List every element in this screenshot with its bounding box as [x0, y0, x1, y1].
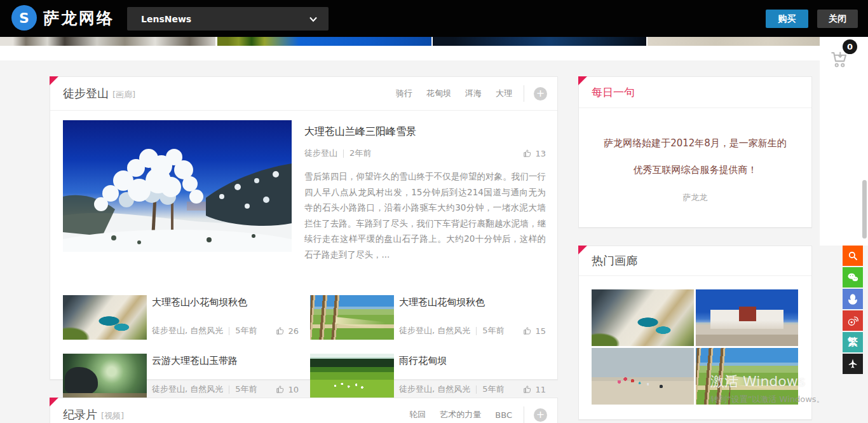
like-count[interactable]: 11 [523, 385, 546, 394]
article-title[interactable]: 云游大理苍山玉带路 [152, 355, 299, 367]
meta-divider [229, 385, 229, 394]
cart-button[interactable]: 0 [830, 39, 862, 71]
banner-slide-sand[interactable] [648, 37, 820, 46]
banner-slide-dark[interactable] [433, 37, 646, 46]
article-category[interactable]: 徒步登山, 自然风光 [152, 384, 223, 395]
meta-divider [343, 149, 344, 158]
tag-link[interactable]: 轮回 [409, 409, 426, 420]
gallery-thumbnail[interactable] [592, 348, 694, 405]
widget-header: 每日一句 [579, 77, 811, 108]
article-thumbnail[interactable] [63, 295, 147, 340]
corner-ribbon [50, 398, 58, 406]
thumbs-up-icon [276, 385, 285, 394]
cart-count-badge: 0 [843, 39, 857, 54]
meta-divider [476, 327, 477, 335]
wechat-share-button[interactable] [843, 267, 863, 288]
featured-article-image[interactable] [63, 120, 292, 252]
article-meta: 徒步登山, 自然风光 5年前 15 [399, 325, 546, 336]
search-icon [847, 250, 858, 261]
scrollbar-thumb[interactable] [862, 180, 867, 239]
chevron-down-icon [308, 14, 318, 24]
article-category[interactable]: 徒步登山, 自然风光 [399, 325, 470, 336]
widget-hot-galleries: 热门画廊 [578, 246, 812, 420]
tag-link[interactable]: BBC [495, 410, 512, 420]
section-header: 纪录片[视频] 轮回 艺术的力量 BBC + [50, 398, 557, 423]
tag-link[interactable]: 骑行 [396, 88, 412, 99]
corner-ribbon [50, 76, 58, 85]
like-count[interactable]: 26 [276, 326, 299, 336]
gallery-thumbnail[interactable] [696, 289, 798, 346]
thumbs-up-icon [523, 385, 532, 394]
add-more-button[interactable]: + [534, 408, 547, 422]
widget-daily-quote: 每日一句 萨龙网络始建于2012年8月，是一家新生的优秀互联网综合服务提供商！ … [578, 76, 812, 228]
page: S 萨龙网络 LensNews 购买 关闭 0 [0, 0, 868, 423]
like-count[interactable]: 15 [523, 326, 546, 336]
top-header: S 萨龙网络 LensNews 购买 关闭 [0, 0, 868, 37]
banner-slide-snow[interactable] [0, 37, 215, 46]
featured-article-title[interactable]: 大理苍山兰峰三阳峰雪景 [304, 125, 546, 139]
close-button[interactable]: 关闭 [817, 10, 858, 28]
corner-ribbon [578, 246, 587, 254]
article-meta: 徒步登山, 自然风光 5年前 10 [152, 384, 299, 395]
like-number: 15 [535, 326, 546, 336]
like-number: 26 [288, 326, 299, 336]
like-count[interactable]: 13 [523, 149, 546, 158]
featured-article: 大理苍山兰峰三阳峰雪景 徒步登山 2年前 13 雪后第四日，仰望许久的雪山终于不… [304, 120, 546, 252]
site-switcher-value: LensNews [141, 14, 191, 24]
article-time: 2年前 [349, 148, 371, 159]
like-count[interactable]: 10 [276, 385, 299, 394]
gallery-thumbnail[interactable] [696, 348, 798, 405]
article-time: 5年前 [482, 384, 504, 395]
add-more-button[interactable]: + [534, 87, 547, 101]
gallery-thumbnail[interactable] [592, 289, 694, 346]
article-title[interactable]: 大理苍山小花甸坝秋色 [152, 296, 299, 309]
article-title[interactable]: 大理苍山花甸坝秋色 [399, 296, 546, 309]
tag-link[interactable]: 洱海 [465, 88, 482, 99]
article-time: 5年前 [235, 325, 257, 336]
search-button[interactable] [843, 246, 863, 266]
traditional-chinese-toggle[interactable]: 繁 [843, 332, 863, 352]
article-title[interactable]: 雨行花甸坝 [399, 355, 546, 367]
buy-button[interactable]: 购买 [766, 10, 808, 28]
site-title: 萨龙网络 [43, 8, 114, 29]
snow-mountain-scene [63, 120, 292, 252]
qq-share-button[interactable] [843, 289, 863, 309]
traditional-label: 繁 [848, 336, 858, 349]
list-item: 大理苍山花甸坝秋色 徒步登山, 自然风光 5年前 15 [310, 295, 546, 340]
site-logo[interactable]: S 萨龙网络 [11, 5, 114, 31]
section-documentary-video: 纪录片[视频] 轮回 艺术的力量 BBC + [50, 398, 558, 423]
tag-link[interactable]: 艺术的力量 [440, 409, 481, 420]
floating-toolbar: 繁 [843, 246, 863, 375]
section-title[interactable]: 纪录片 [63, 408, 97, 421]
list-item: 雨行花甸坝 徒步登山, 自然风光 5年前 11 [310, 354, 546, 398]
widget-header: 热门画廊 [579, 246, 811, 276]
section-body: 大理苍山兰峰三阳峰雪景 徒步登山 2年前 13 雪后第四日，仰望许久的雪山终于不… [50, 111, 557, 120]
article-thumbnail[interactable] [310, 354, 394, 398]
thumbs-up-icon [523, 326, 532, 335]
article-time: 5年前 [482, 325, 504, 336]
tag-link[interactable]: 花甸坝 [426, 88, 451, 99]
banner-slide-leaves[interactable] [217, 37, 431, 46]
site-switcher-dropdown[interactable]: LensNews [127, 7, 329, 31]
daily-quote-text: 萨龙网络始建于2012年8月，是一家新生的优秀互联网综合服务提供商！ [579, 108, 811, 183]
daily-quote-author: 萨龙龙 [579, 192, 811, 204]
article-grid: 大理苍山小花甸坝秋色 徒步登山, 自然风光 5年前 26 [63, 295, 546, 398]
article-thumbnail[interactable] [310, 295, 394, 340]
meta-divider [229, 327, 229, 335]
back-to-top-button[interactable] [843, 354, 863, 374]
article-category[interactable]: 徒步登山 [304, 148, 337, 159]
gallery-grid [579, 276, 811, 405]
weibo-share-button[interactable] [843, 310, 863, 331]
article-time: 5年前 [235, 384, 257, 395]
article-category[interactable]: 徒步登山, 自然风光 [152, 325, 223, 336]
section-type-label: [视频] [101, 411, 124, 420]
section-title[interactable]: 徒步登山 [63, 87, 109, 100]
thumbs-up-icon [523, 149, 532, 158]
tag-link[interactable]: 大理 [496, 88, 512, 99]
wechat-icon [846, 272, 859, 283]
article-thumbnail[interactable] [63, 354, 147, 398]
section-title-group: 徒步登山[画廊] [63, 86, 135, 101]
weibo-icon [846, 315, 859, 326]
article-category[interactable]: 徒步登山, 自然风光 [399, 384, 470, 395]
featured-article-excerpt: 雪后第四日，仰望许久的雪山终于不仅是仰望的对象。我们一行四人早八点从龙凤村出发，… [304, 169, 546, 263]
